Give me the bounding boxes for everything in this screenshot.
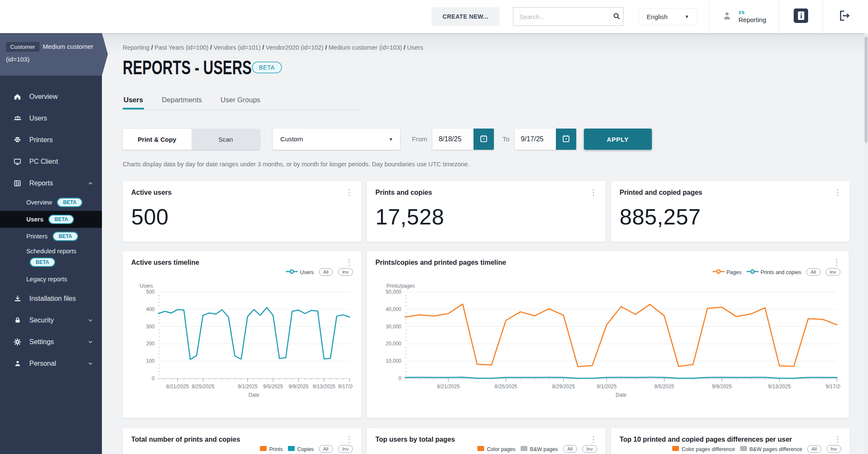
kebab-menu-icon[interactable]: ⋮	[345, 259, 353, 266]
legend-inv-pill[interactable]: Inv	[338, 445, 353, 453]
search-button[interactable]	[610, 8, 623, 25]
logout-button[interactable]	[823, 9, 865, 24]
logout-icon	[837, 9, 850, 24]
legend-all-pill[interactable]: All	[319, 445, 333, 453]
sidebar-item-overview[interactable]: Overview	[0, 86, 102, 107]
kebab-menu-icon[interactable]: ⋮	[345, 189, 353, 196]
svg-text:9/5/2025: 9/5/2025	[654, 384, 674, 390]
to-date-input[interactable]	[515, 129, 556, 150]
legend-item-color-pages: Color pages	[477, 446, 515, 452]
scan-toggle[interactable]: Scan	[192, 129, 260, 150]
to-calendar-button[interactable]	[556, 129, 576, 150]
legend-all-pill[interactable]: All	[806, 268, 820, 276]
scrollbar-thumb[interactable]	[865, 36, 868, 143]
sidebar-subitem-reports-users[interactable]: Users BETA	[0, 211, 102, 228]
top-users-by-pages-card: Top users by total pages ⋮ Color pages B…	[367, 428, 606, 454]
kebab-menu-icon[interactable]: ⋮	[589, 189, 597, 196]
from-calendar-button[interactable]	[473, 129, 494, 150]
card-title: Top users by total pages	[375, 436, 455, 443]
sidebar-item-label: Installation files	[29, 295, 76, 303]
sidebar-subitem-reports-printers[interactable]: Printers BETA	[0, 228, 102, 245]
legend-all-pill[interactable]: All	[319, 268, 333, 276]
sidebar-subitem-scheduled-reports[interactable]: Scheduled reports BETA	[0, 245, 102, 271]
tab-departments[interactable]: Departments	[161, 92, 203, 109]
sidebar-item-security[interactable]: Security	[0, 309, 102, 331]
kebab-menu-icon[interactable]: ⋮	[834, 189, 841, 196]
tab-users[interactable]: Users	[123, 92, 144, 109]
legend-inv-pill[interactable]: Inv	[338, 268, 353, 276]
beta-badge: BETA	[48, 215, 74, 224]
calendar-icon	[479, 134, 488, 145]
vertical-scrollbar[interactable]	[864, 33, 868, 454]
breadcrumb-separator: /	[149, 44, 155, 51]
language-select[interactable]: English ▼	[639, 8, 697, 25]
swatch-icon	[288, 446, 295, 451]
svg-text:8/21/2025: 8/21/2025	[166, 384, 189, 390]
search-box	[513, 7, 623, 26]
kebab-menu-icon[interactable]: ⋮	[589, 436, 597, 443]
svg-text:200: 200	[146, 341, 155, 347]
printer-icon	[13, 136, 22, 144]
sidebar-item-reports[interactable]: Reports	[0, 172, 102, 194]
search-input[interactable]	[513, 8, 610, 25]
sidebar-item-pc-client[interactable]: PC Client	[0, 151, 102, 172]
breadcrumb-item[interactable]: Vendor2020 (id=102)	[266, 44, 324, 51]
chevron-down-icon: ▼	[685, 14, 689, 19]
sidebar-item-users[interactable]: Users	[0, 107, 102, 129]
breadcrumb-item[interactable]: Reporting	[123, 44, 149, 51]
legend-item-copies: Copies	[288, 446, 314, 452]
sidebar-item-label: Settings	[29, 338, 54, 346]
user-initials: zs	[738, 9, 766, 16]
svg-text:9/1/2025: 9/1/2025	[597, 384, 617, 390]
kebab-menu-icon[interactable]: ⋮	[345, 436, 353, 443]
date-range-select[interactable]: Custom ▼	[273, 129, 400, 150]
breadcrumb-item[interactable]: Vendors (id=101)	[214, 44, 261, 51]
legend-item-prints-copies: Prints and copies	[747, 269, 801, 275]
kebab-menu-icon[interactable]: ⋮	[834, 436, 841, 443]
svg-text:400: 400	[146, 306, 155, 312]
legend-inv-pill[interactable]: Inv	[826, 268, 840, 276]
sidebar-item-settings[interactable]: Settings	[0, 331, 102, 353]
legend-inv-pill[interactable]: Inv	[582, 445, 597, 453]
apply-button[interactable]: APPLY	[584, 129, 652, 150]
sidebar-item-label: Security	[29, 317, 54, 324]
legend-item-pages: Pages	[713, 269, 741, 275]
breadcrumb-item[interactable]: Past Years (id=100)	[155, 44, 209, 51]
sidebar-item-label: Personal	[29, 360, 56, 367]
svg-text:Prints/pages: Prints/pages	[386, 283, 415, 289]
from-date-input[interactable]	[432, 129, 473, 150]
breadcrumb-separator: /	[261, 44, 266, 51]
card-title: Total number of prints and copies	[131, 436, 240, 443]
tab-user-groups[interactable]: User Groups	[220, 92, 261, 109]
legend-inv-pill[interactable]: Inv	[826, 445, 841, 453]
svg-text:20,000: 20,000	[386, 341, 401, 347]
print-copy-toggle[interactable]: Print & Copy	[123, 129, 192, 150]
svg-text:40,000: 40,000	[386, 306, 401, 312]
sidebar-item-installation-files[interactable]: Installation files	[0, 288, 102, 309]
breadcrumb-item[interactable]: Medium customer (id=103)	[329, 44, 402, 51]
language-value: English	[647, 13, 668, 20]
sidebar-item-personal[interactable]: Personal	[0, 353, 102, 374]
reports-icon	[13, 179, 22, 188]
svg-text:10,000: 10,000	[386, 358, 401, 364]
sidebar-item-printers[interactable]: Printers	[0, 129, 102, 151]
user-menu[interactable]: zs Reporting	[709, 9, 779, 24]
svg-text:300: 300	[146, 324, 155, 330]
swatch-icon	[740, 446, 747, 451]
card-title: Top 10 printed and copied pages differen…	[620, 436, 792, 443]
calendar-icon	[561, 134, 571, 145]
create-new-button[interactable]: CREATE NEW...	[431, 7, 499, 26]
sidebar-subitem-reports-overview[interactable]: Overview BETA	[0, 194, 102, 211]
user-icon	[721, 10, 733, 23]
stat-value: 17,528	[375, 204, 597, 230]
kebab-menu-icon[interactable]: ⋮	[833, 259, 840, 266]
svg-text:8/29/2025: 8/29/2025	[552, 384, 575, 390]
tab-bar: Users Departments User Groups	[123, 92, 362, 110]
help-button[interactable]	[779, 8, 823, 25]
svg-text:9/13/2025: 9/13/2025	[768, 384, 791, 390]
sidebar-subitem-legacy-reports[interactable]: Legacy reports	[0, 271, 102, 288]
legend-all-pill[interactable]: All	[807, 445, 821, 453]
download-icon	[13, 294, 22, 303]
subitem-label: Legacy reports	[26, 276, 67, 283]
legend-all-pill[interactable]: All	[563, 445, 577, 453]
